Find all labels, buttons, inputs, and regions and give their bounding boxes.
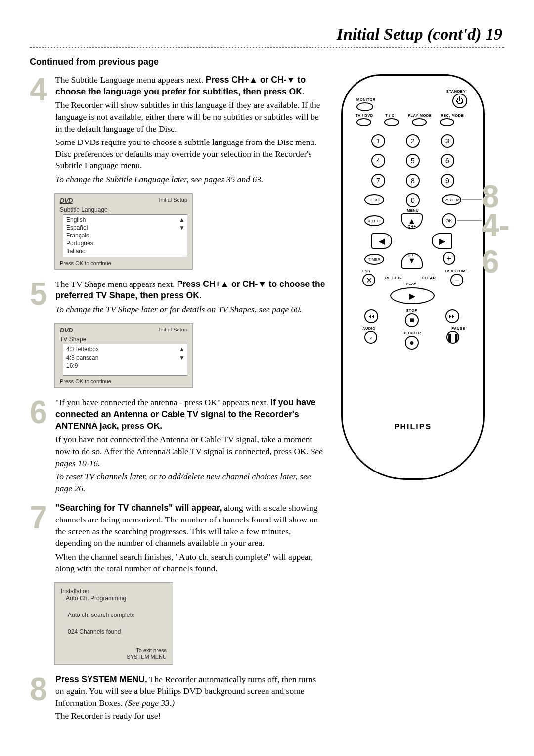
tc-button (384, 118, 399, 126)
remote-outline: STANDBY ⏻ MONITOR TV / DVD T / C PLAY MO… (341, 74, 485, 480)
callout-4-6: 4-6 (482, 207, 510, 280)
step-text: "Searching for TV channels" will appear,… (55, 502, 326, 549)
step-text: "If you have connected the antenna - pre… (55, 397, 326, 432)
standby-label: STANDBY (446, 89, 466, 94)
callout-line-8 (462, 199, 482, 200)
disc-button: DISC (364, 194, 384, 205)
num-5: 5 (406, 154, 420, 168)
menu-item: Português (66, 239, 184, 247)
menu-line: Auto Ch. Programming (61, 595, 167, 602)
step-text: Press SYSTEM MENU. The Recorder automati… (55, 674, 326, 709)
monitor-button (356, 102, 373, 111)
play-label: PLAY (406, 282, 416, 286)
menu-item: 4:3 panscan (66, 354, 184, 362)
step-body: The TV Shape menu appears next. Press CH… (55, 279, 326, 318)
step-text: The TV Shape menu appears next. Press CH… (55, 279, 326, 302)
num-9: 9 (441, 174, 454, 188)
callout-line-46 (457, 220, 482, 221)
menu-item: Español (66, 224, 184, 232)
step-text: The Subtitle Language menu appears next.… (55, 74, 326, 97)
nav-left-button: ◀ (371, 233, 392, 249)
step-number: 7 (30, 502, 55, 530)
timer-button: TIMER (364, 254, 384, 265)
playmode-label: PLAY MODE (408, 113, 432, 118)
step-number: 8 (30, 674, 55, 702)
num-3: 3 (441, 134, 454, 148)
menu-title: TV Shape (60, 336, 187, 343)
system-button: SYSTEM (442, 194, 461, 205)
tvdvd-label: TV / DVD (356, 113, 373, 118)
num-4: 4 (371, 154, 385, 168)
step-text: The Recorder will show subtitles in this… (55, 99, 326, 135)
updown-icon: ▲▼ (179, 216, 185, 232)
num-6: 6 (441, 154, 454, 168)
menu-footer: Press OK to continue (60, 260, 187, 266)
menu-label: MENU (406, 208, 420, 213)
fss-button: ✕ (362, 274, 375, 286)
num-8: 8 (406, 174, 420, 188)
stop-label: STOP (401, 308, 423, 313)
step-number: 6 (30, 397, 55, 425)
menu-line: Auto ch. search complete (61, 612, 167, 618)
tc-label: T / C (385, 113, 395, 118)
minus-button: − (450, 274, 463, 286)
menu-header: Initial Setup (159, 327, 187, 334)
subtitle-language-menu: DVD Initial Setup Subtitle Language ▲▼ E… (54, 193, 193, 270)
prev-button: ⏮ (364, 309, 378, 323)
fss-label: FSS (362, 269, 370, 273)
recotr-label: REC/OTR (401, 331, 423, 335)
header-page-number: 19 (486, 25, 502, 43)
return-label: RETURN (385, 276, 402, 280)
clear-label: CLEAR (422, 276, 436, 280)
step-text: The Recorder is ready for use! (55, 710, 326, 722)
step-8: 8 Press SYSTEM MENU. The Recorder automa… (30, 674, 326, 725)
step-4: 4 The Subtitle Language menu appears nex… (30, 74, 326, 188)
step-number: 5 (30, 279, 55, 307)
step-body: "If you have connected the antenna - pre… (55, 397, 326, 496)
step-note: To change the TV Shape later or for deta… (55, 304, 326, 316)
stop-button: ■ (405, 313, 419, 327)
menu-footer: Press OK to continue (60, 378, 187, 384)
continued-label: Continued from previous page (30, 57, 504, 67)
menu-options: ▲▼ English Español Français Português It… (63, 214, 187, 257)
chplus-label: CH+ (406, 224, 418, 229)
menu-item: Français (66, 232, 184, 239)
menu-line: 024 Channels found (61, 628, 167, 635)
menu-header: Initial Setup (159, 197, 187, 204)
step-body: The Subtitle Language menu appears next.… (55, 74, 326, 188)
num-2: 2 (406, 134, 420, 148)
recmode-label: REC. MODE (441, 113, 464, 118)
step-text: Some DVDs require you to choose a subtit… (55, 137, 326, 172)
chminus-label: CH− (406, 253, 418, 257)
menu-options: ▲▼ 4:3 letterbox 4:3 panscan 16:9 (63, 344, 187, 376)
monitor-label: MONITOR (356, 97, 376, 102)
step-body: Press SYSTEM MENU. The Recorder automati… (55, 674, 326, 725)
step-note: To change the Subtitle Language later, s… (55, 174, 326, 186)
step-note: To reset TV channels later, or to add/de… (55, 471, 326, 494)
step-6: 6 "If you have connected the antenna - p… (30, 397, 326, 496)
tvdvd-button (356, 118, 371, 126)
header-divider (30, 47, 504, 48)
remote-column: STANDBY ⏻ MONITOR TV / DVD T / C PLAY MO… (341, 74, 504, 480)
tvvolume-label: TV VOLUME (445, 269, 468, 273)
menu-header-row: DVD Initial Setup (60, 327, 187, 334)
content-columns: 4 The Subtitle Language menu appears nex… (30, 74, 504, 730)
select-button: SELECT (364, 215, 384, 226)
audio-button: ♪ (364, 331, 377, 344)
step-5: 5 The TV Shape menu appears next. Press … (30, 279, 326, 318)
step-text: If you have not connected the Antenna or… (55, 434, 326, 469)
tv-shape-menu: DVD Initial Setup TV Shape ▲▼ 4:3 letter… (54, 323, 193, 388)
menu-item: 16:9 (66, 362, 184, 370)
next-button: ⏭ (445, 309, 459, 323)
standby-button: ⏻ (452, 94, 467, 108)
step-7: 7 "Searching for TV channels" will appea… (30, 502, 326, 576)
nav-right-button: ▶ (432, 233, 452, 249)
remote-illustration: STANDBY ⏻ MONITOR TV / DVD T / C PLAY MO… (341, 74, 504, 480)
menu-exit-hint: To exit press SYSTEM MENU (61, 647, 167, 660)
menu-item: 4:3 letterbox (66, 345, 184, 353)
audio-label: AUDIO (362, 326, 376, 331)
step-body: "Searching for TV channels" will appear,… (55, 502, 326, 576)
menu-line: Installation (61, 588, 167, 595)
num-0: 0 (406, 193, 420, 207)
plus-button: ＋ (443, 252, 455, 265)
